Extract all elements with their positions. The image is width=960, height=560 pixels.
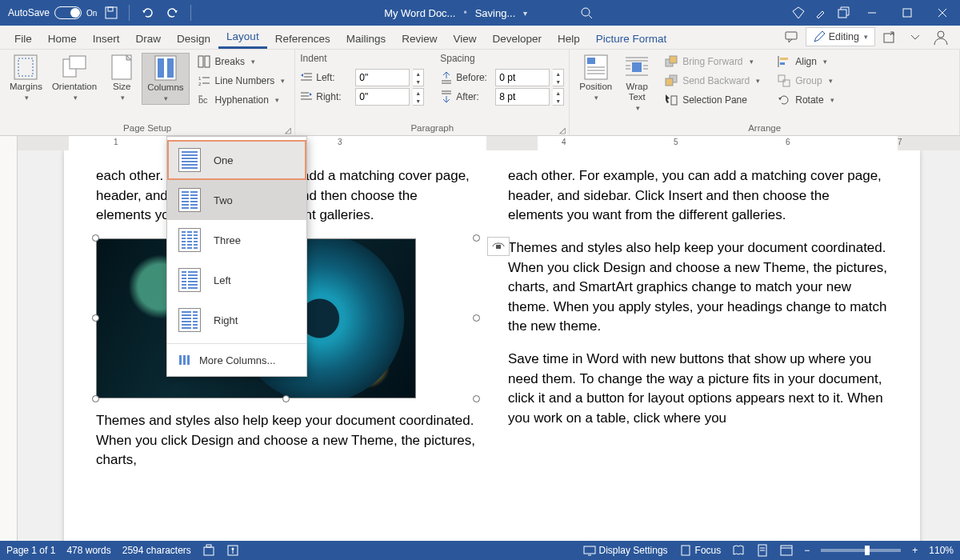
restore-window-icon[interactable]	[832, 2, 854, 24]
tab-insert[interactable]: Insert	[85, 28, 128, 49]
print-layout-icon[interactable]	[756, 544, 769, 557]
svg-rect-21	[198, 56, 203, 67]
wrap-text-button[interactable]: Wrap Text▾	[617, 53, 657, 114]
columns-option-right[interactable]: Right	[167, 300, 306, 340]
columns-dropdown: One Two Three Left Right More Columns...	[166, 136, 307, 377]
diamond-icon[interactable]	[787, 2, 810, 24]
tab-home[interactable]: Home	[40, 28, 85, 49]
resize-handle[interactable]	[473, 234, 480, 242]
display-settings-button[interactable]: Display Settings	[583, 544, 668, 557]
vertical-ruler[interactable]	[0, 136, 18, 541]
status-words[interactable]: 478 words	[66, 545, 110, 556]
close-button[interactable]	[925, 0, 960, 26]
read-mode-icon[interactable]	[732, 544, 745, 557]
spacing-after-input[interactable]	[495, 88, 550, 106]
zoom-level[interactable]: 110%	[929, 545, 954, 556]
resize-handle[interactable]	[92, 314, 99, 322]
columns-option-two[interactable]: Two	[167, 180, 306, 220]
margins-button[interactable]: Margins▾	[5, 53, 47, 103]
align-button[interactable]: Align▾	[773, 53, 838, 70]
resize-handle[interactable]	[282, 395, 290, 402]
autosave-toggle[interactable]: AutoSave On	[8, 6, 97, 19]
paragraph-text[interactable]: each other. For example, you can add a m…	[508, 166, 888, 226]
paragraph-text[interactable]: Themes and styles also help keep your do…	[508, 238, 888, 337]
status-macro-icon[interactable]	[202, 544, 215, 557]
maximize-button[interactable]	[890, 0, 925, 26]
svg-rect-14	[18, 58, 33, 76]
layout-options-button[interactable]	[487, 237, 510, 256]
status-accessibility-icon[interactable]	[226, 544, 239, 557]
tab-draw[interactable]: Draw	[128, 28, 170, 49]
paragraph-text[interactable]: Themes and styles also help keep your do…	[96, 411, 476, 470]
group-button[interactable]: Group▾	[773, 72, 838, 90]
autosave-switch[interactable]	[54, 6, 82, 19]
tab-design[interactable]: Design	[169, 28, 218, 49]
orientation-button[interactable]: Orientation▾	[47, 53, 102, 103]
columns-option-one[interactable]: One	[167, 140, 306, 180]
line-numbers-button[interactable]: 12Line Numbers▾	[193, 72, 290, 90]
columns-button[interactable]: Columns▾	[142, 53, 189, 105]
indent-right-icon	[300, 90, 313, 103]
tab-view[interactable]: View	[445, 28, 484, 49]
paragraph-text[interactable]: Save time in Word with new buttons that …	[508, 350, 888, 429]
hyphenation-button[interactable]: bcHyphenation▾	[193, 91, 290, 109]
bring-forward-button[interactable]: Bring Forward▾	[660, 53, 765, 70]
send-backward-button[interactable]: Send Backward▾	[660, 72, 765, 90]
editing-mode-button[interactable]: Editing ▾	[806, 27, 875, 46]
focus-label: Focus	[695, 545, 722, 556]
spacing-after-spinner[interactable]: After: ▲▼	[440, 88, 564, 106]
undo-icon[interactable]	[136, 2, 158, 24]
zoom-slider[interactable]	[821, 549, 901, 552]
autosave-state: On	[86, 9, 97, 18]
selection-pane-button[interactable]: Selection Pane	[660, 91, 765, 109]
columns-option-three[interactable]: Three	[167, 220, 306, 260]
hyphenation-label: Hyphenation	[215, 94, 269, 106]
more-columns-item[interactable]: More Columns...	[167, 347, 306, 373]
breaks-button[interactable]: Breaks▾	[193, 53, 290, 70]
indent-right-input[interactable]	[355, 88, 410, 106]
svg-rect-22	[205, 56, 210, 67]
tab-layout[interactable]: Layout	[218, 26, 267, 49]
tab-references[interactable]: References	[267, 28, 338, 49]
ribbon-tabs: File Home Insert Draw Design Layout Refe…	[0, 26, 960, 50]
zoom-out-button[interactable]: −	[804, 545, 810, 556]
status-chars[interactable]: 2594 characters	[122, 545, 191, 556]
rotate-button[interactable]: Rotate▾	[773, 91, 838, 109]
share-button[interactable]	[878, 27, 901, 46]
focus-button[interactable]: Focus	[679, 544, 722, 557]
spacing-before-spinner[interactable]: Before: ▲▼	[440, 69, 564, 86]
tab-review[interactable]: Review	[394, 28, 445, 49]
status-page[interactable]: Page 1 of 1	[6, 545, 55, 556]
columns-option-left[interactable]: Left	[167, 260, 306, 300]
tab-help[interactable]: Help	[550, 28, 588, 49]
indent-right-spinner[interactable]: Right: ▲▼	[300, 88, 424, 106]
search-icon[interactable]	[575, 2, 598, 24]
tab-developer[interactable]: Developer	[485, 28, 550, 49]
tab-file[interactable]: File	[6, 28, 40, 49]
group-arrange: Position▾ Wrap Text▾ Bring Forward▾ Send…	[570, 50, 960, 135]
horizontal-ruler[interactable]: 1 2 3 4 5 6 7	[18, 136, 960, 150]
tab-picture-format[interactable]: Picture Format	[588, 28, 675, 49]
resize-handle[interactable]	[473, 395, 480, 402]
size-button[interactable]: Size▾	[102, 53, 142, 103]
indent-left-input[interactable]	[355, 69, 410, 86]
account-icon[interactable]	[930, 27, 952, 46]
indent-left-spinner[interactable]: Left: ▲▼	[300, 69, 424, 86]
brush-icon[interactable]	[810, 2, 832, 24]
web-layout-icon[interactable]	[780, 544, 793, 557]
minimize-button[interactable]	[854, 0, 890, 26]
page-setup-launcher[interactable]: ◿	[283, 125, 293, 134]
resize-handle[interactable]	[92, 395, 99, 402]
paragraph-launcher[interactable]: ◿	[558, 125, 567, 134]
position-button[interactable]: Position▾	[574, 53, 617, 103]
spacing-before-input[interactable]	[495, 69, 550, 86]
resize-handle[interactable]	[473, 314, 480, 322]
tab-mailings[interactable]: Mailings	[338, 28, 394, 49]
redo-icon[interactable]	[162, 2, 184, 24]
collapse-ribbon-icon[interactable]	[904, 27, 926, 46]
comments-button[interactable]	[780, 27, 802, 46]
save-icon[interactable]	[100, 2, 122, 24]
resize-handle[interactable]	[92, 234, 99, 242]
zoom-in-button[interactable]: +	[912, 545, 918, 556]
margins-label: Margins	[10, 82, 42, 92]
